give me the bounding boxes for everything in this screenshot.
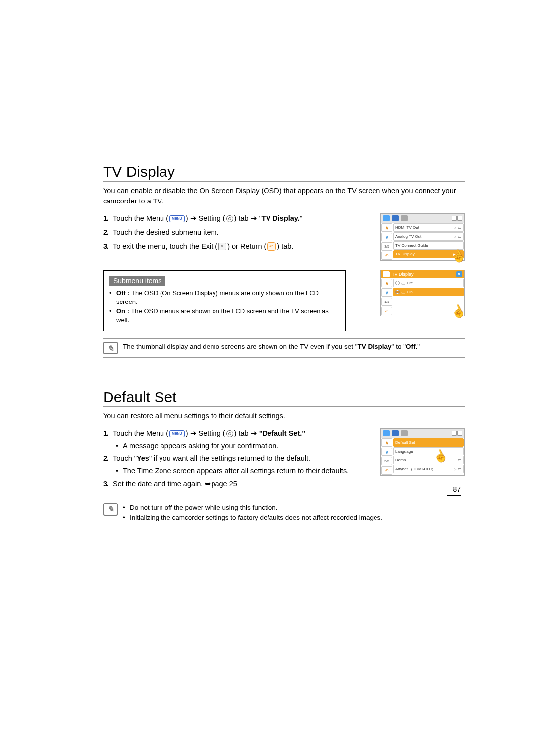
return-button[interactable]: ↶: [381, 252, 392, 260]
page-indicator: 5/5: [381, 457, 392, 465]
scroll-down-button[interactable]: ∨: [381, 288, 392, 297]
page-indicator: 3/5: [381, 242, 392, 251]
header-gear-icon: [401, 215, 408, 221]
step-3-tv: To exit the menu, touch the Exit (✕) or …: [103, 241, 370, 252]
step-2-sub: The Time Zone screen appears after all s…: [113, 466, 370, 476]
note-item: Initializing the camcorder settings to f…: [123, 513, 382, 523]
return-button[interactable]: ↶: [381, 307, 392, 315]
note-tv-display: ✎ The thumbnail display and demo screens…: [103, 338, 465, 358]
step-2-tv: Touch the desired submenu item.: [103, 227, 370, 238]
list-item[interactable]: Analog TV Out▷▭: [393, 232, 464, 241]
step-1-tv: Touch the Menu (MENU) ➔ Setting () tab ➔…: [103, 213, 370, 224]
list-item[interactable]: Demo▭: [393, 456, 464, 464]
battery-icon: [452, 216, 462, 221]
gear-icon: [226, 430, 233, 437]
list-item[interactable]: TV Connect Guide: [393, 241, 464, 250]
note-default-set: ✎ Do not turn off the power while using …: [103, 500, 465, 527]
note-icon: ✎: [103, 503, 118, 516]
scroll-down-button[interactable]: ∨: [381, 233, 392, 241]
step-1-default: Touch the Menu (MENU) ➔ Setting () tab ➔…: [103, 428, 370, 451]
return-icon: ↶: [267, 242, 276, 251]
step-2-default: Touch "Yes" if you want all the settings…: [103, 454, 370, 476]
menu-icon: MENU: [169, 215, 185, 223]
menu-icon: MENU: [169, 430, 185, 438]
header-play-icon: [383, 215, 390, 221]
option-on[interactable]: ▭On: [393, 288, 464, 296]
battery-icon: [452, 431, 462, 436]
note-item: Do not turn off the power while using th…: [123, 503, 382, 513]
step-1-sub: A message appears asking for your confir…: [113, 441, 370, 451]
submenu-label: Submenu items: [109, 276, 165, 286]
close-icon[interactable]: ✕: [456, 271, 462, 277]
list-item[interactable]: Language: [393, 447, 464, 455]
note-icon: ✎: [103, 342, 118, 354]
dialog-title: TV Display: [392, 272, 414, 277]
list-item[interactable]: HDMI TV Out▷▭: [393, 223, 464, 232]
submenu-box: Submenu items Off : The OSD (On Screen D…: [103, 270, 346, 331]
page-indicator: 1/1: [381, 298, 392, 306]
page-number: 87: [447, 485, 461, 496]
step-3-default: Set the date and time again. ➥page 25: [103, 479, 370, 490]
submenu-off: Off : The OSD (On Screen Display) menus …: [109, 289, 339, 306]
gear-icon: [226, 215, 233, 222]
exit-icon: ✕: [218, 243, 226, 251]
scroll-down-button[interactable]: ∨: [381, 448, 392, 456]
intro-tv-display: You can enable or disable the On Screen …: [103, 186, 465, 206]
header-tab-icon: [392, 215, 399, 221]
screenshot-default-set: ∧ ∨ 5/5 ↶ Default Set Language Demo▭ Any…: [380, 428, 465, 476]
intro-default-set: You can restore all menu settings to the…: [103, 411, 465, 421]
header-play-icon: [383, 430, 390, 436]
scroll-up-button[interactable]: ∧: [381, 438, 392, 447]
return-button[interactable]: ↶: [381, 466, 392, 475]
submenu-on: On : The OSD menus are shown on the LCD …: [109, 307, 339, 325]
section-title-default-set: Default Set: [103, 389, 465, 407]
list-item[interactable]: Anynet+ (HDMI-CEC)▷▭: [393, 465, 464, 473]
scroll-up-button[interactable]: ∧: [381, 279, 392, 287]
header-tab-icon: [392, 430, 399, 436]
header-gear-icon: [401, 430, 408, 436]
scroll-up-button[interactable]: ∧: [381, 223, 392, 232]
list-item-selected[interactable]: TV Display▸ ▭: [393, 250, 464, 258]
list-item-selected[interactable]: Default Set: [393, 438, 464, 447]
section-title-tv-display: TV Display: [103, 163, 465, 182]
screenshot-tv-display-options: TV Display ✕ ∧ ∨ 1/1 ↶ ▭Off ▭On: [380, 270, 465, 316]
screenshot-settings-list: ∧ ∨ 3/5 ↶ HDMI TV Out▷▭ Analog TV Out▷▭ …: [380, 213, 465, 261]
option-off[interactable]: ▭Off: [393, 279, 464, 287]
gear-icon: [383, 271, 390, 277]
